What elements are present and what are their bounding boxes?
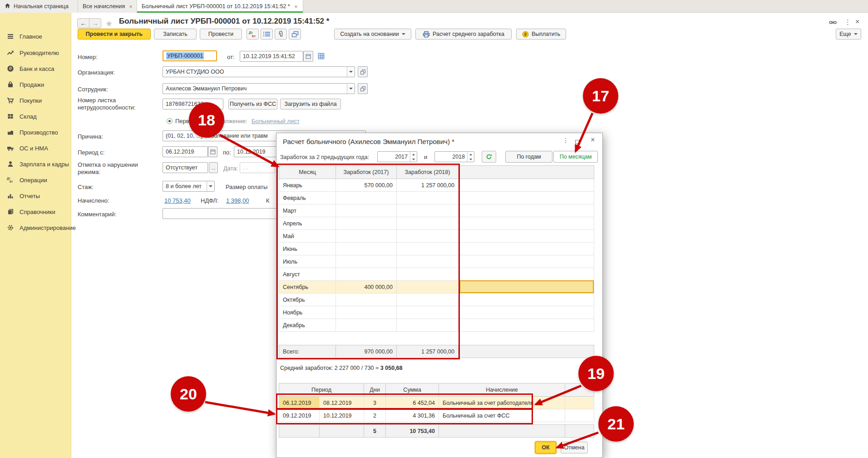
sidebar-item-main[interactable]: Главное xyxy=(6,31,42,42)
month-cell[interactable]: Декабрь xyxy=(279,319,336,332)
by-years-toggle[interactable]: По годам xyxy=(505,151,552,163)
month-cell[interactable] xyxy=(397,192,459,204)
save-button[interactable]: Записать xyxy=(154,29,197,40)
tab-home[interactable]: Начальная страница xyxy=(0,0,78,13)
month-cell[interactable] xyxy=(397,306,459,319)
month-cell[interactable] xyxy=(397,204,459,217)
employee-input[interactable]: Ахилесов Эммануил Петрович xyxy=(163,83,355,94)
more-menu-icon[interactable]: ⋮ xyxy=(562,137,569,144)
attachments-button[interactable] xyxy=(275,29,287,40)
load-from-file-button[interactable]: Загрузить из файла xyxy=(280,99,341,110)
more-menu-icon[interactable]: ⋮ xyxy=(844,18,851,26)
month-cell[interactable]: 400 000,00 xyxy=(336,281,397,294)
month-cell[interactable] xyxy=(459,255,594,268)
payment-cell[interactable]: 2 xyxy=(364,409,386,422)
month-cell[interactable]: Август xyxy=(279,268,336,281)
period-from-input[interactable]: 06.12.2019 xyxy=(163,146,208,157)
payment-cell[interactable]: Больничный за счет ФСС xyxy=(439,409,565,422)
month-cell[interactable] xyxy=(397,217,459,230)
related-list-button[interactable] xyxy=(261,29,273,40)
ok-button[interactable]: ОК xyxy=(535,442,556,453)
month-cell[interactable] xyxy=(336,268,397,281)
by-months-toggle[interactable]: По месяцам xyxy=(553,151,598,163)
violation-more-button[interactable]: ... xyxy=(209,162,218,173)
sidebar-item-bank[interactable]: ₽Банк и касса xyxy=(6,63,54,74)
open-organization-icon[interactable] xyxy=(358,66,368,77)
payment-cell[interactable]: 09.12.2019 xyxy=(279,409,320,422)
column-header[interactable]: Месяц xyxy=(279,166,336,179)
month-cell[interactable] xyxy=(459,230,594,243)
create-based-on-button[interactable]: Создать на основании xyxy=(334,29,411,40)
payment-cell[interactable] xyxy=(565,409,594,422)
dtkt-button[interactable]: ДтКт xyxy=(247,29,259,40)
pay-button[interactable]: ₽ Выплатить xyxy=(516,29,566,40)
sidebar-item-administration[interactable]: Администрирование xyxy=(6,222,76,233)
month-cell[interactable]: Май xyxy=(279,230,336,243)
month-cell[interactable] xyxy=(397,294,459,306)
cancel-button[interactable]: Отмена xyxy=(561,442,588,453)
payment-cell[interactable]: 08.12.2019 xyxy=(320,397,364,409)
column-header[interactable]: Заработок (2017) xyxy=(336,166,397,179)
column-header[interactable]: Заработок (2018) xyxy=(397,166,459,179)
chevron-down-icon[interactable] xyxy=(347,67,355,77)
get-link-icon[interactable] xyxy=(829,20,837,27)
month-cell[interactable] xyxy=(336,230,397,243)
sidebar-item-purchases[interactable]: Покупки xyxy=(6,95,42,106)
month-cell[interactable] xyxy=(459,306,594,319)
month-cell[interactable] xyxy=(336,204,397,217)
post-button[interactable]: Провести xyxy=(200,29,242,40)
maximize-icon[interactable] xyxy=(575,138,579,145)
column-header[interactable]: Дни xyxy=(364,383,386,397)
month-cell[interactable]: Март xyxy=(279,204,336,217)
month-cell[interactable] xyxy=(459,179,594,192)
experience-input[interactable]: 8 и более лет xyxy=(163,181,215,192)
column-header[interactable]: Начисление xyxy=(439,383,565,397)
payment-cell[interactable] xyxy=(565,397,594,409)
sidebar-item-manager[interactable]: Руководителю xyxy=(6,47,59,58)
close-window-icon[interactable]: × xyxy=(855,18,859,26)
sidebar-item-reports[interactable]: Отчеты xyxy=(6,190,40,201)
more-button[interactable]: Еще xyxy=(836,29,861,40)
month-cell[interactable] xyxy=(397,255,459,268)
payment-cell[interactable]: 06.12.2019 xyxy=(279,397,320,409)
month-cell[interactable] xyxy=(459,243,594,255)
month-cell[interactable] xyxy=(459,294,594,306)
average-earnings-button[interactable]: Расчет среднего заработка xyxy=(415,29,512,40)
payment-cell[interactable]: 6 452,04 xyxy=(386,397,439,409)
sidebar-item-operations[interactable]: ДтКтОперации xyxy=(6,174,47,185)
month-cell[interactable] xyxy=(459,192,594,204)
chevron-down-icon[interactable] xyxy=(347,84,355,94)
sidebar-item-assets[interactable]: ОС и НМА xyxy=(6,143,48,154)
tab-sick-leave[interactable]: Больничный лист УРБП-000001 от 10.12.201… xyxy=(137,0,303,13)
continuation-link[interactable]: Больничный лист xyxy=(252,118,300,124)
month-cell[interactable] xyxy=(336,319,397,332)
month-cell[interactable] xyxy=(397,319,459,332)
month-cell[interactable] xyxy=(336,306,397,319)
forward-button[interactable]: → xyxy=(89,18,101,28)
get-from-fss-button[interactable]: Получить из ФСС xyxy=(228,99,277,110)
month-cell[interactable] xyxy=(459,217,594,230)
month-cell[interactable] xyxy=(459,319,594,332)
month-cell[interactable] xyxy=(459,204,594,217)
payment-cell[interactable]: 10.12.2019 xyxy=(320,409,364,422)
structure-button[interactable] xyxy=(289,29,301,40)
timesheet-grid-icon[interactable] xyxy=(318,53,325,61)
month-cell[interactable]: Октябрь xyxy=(279,294,336,306)
payment-cell[interactable]: 4 301,36 xyxy=(386,409,439,422)
year1-spinner[interactable]: 2017 xyxy=(377,151,417,162)
open-employee-icon[interactable] xyxy=(358,83,368,94)
close-icon[interactable]: × xyxy=(294,3,298,10)
month-cell[interactable] xyxy=(397,243,459,255)
calendar-icon[interactable] xyxy=(208,146,217,157)
close-icon[interactable]: × xyxy=(129,3,133,10)
spinner-arrows[interactable] xyxy=(467,152,474,162)
sidebar-item-references[interactable]: Справочники xyxy=(6,206,55,217)
violation-input[interactable]: Отсутствует xyxy=(163,162,208,173)
sidebar-item-production[interactable]: Производство xyxy=(6,127,58,138)
ndfl-link[interactable]: 1 398,00 xyxy=(226,197,249,204)
month-cell[interactable] xyxy=(336,255,397,268)
payment-cell[interactable]: Больничный за счет работодателя xyxy=(439,397,565,409)
month-cell[interactable]: 570 000,00 xyxy=(336,179,397,192)
month-cell[interactable] xyxy=(336,294,397,306)
month-cell[interactable]: Ноябрь xyxy=(279,306,336,319)
